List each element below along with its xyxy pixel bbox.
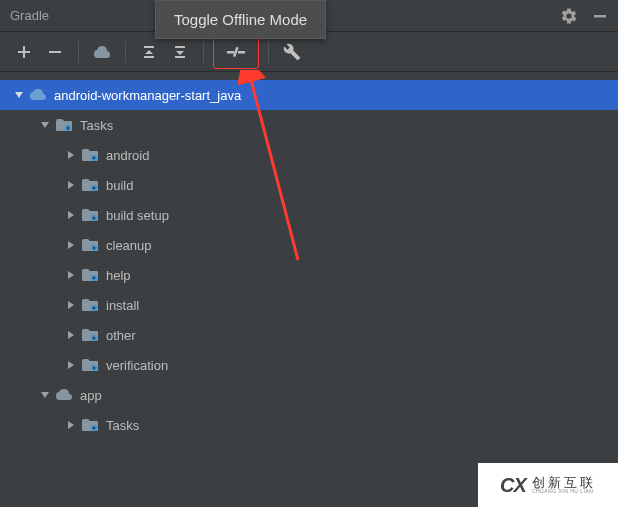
svg-point-16: [93, 217, 95, 219]
folder-gear-icon: [80, 296, 100, 314]
svg-point-24: [93, 337, 95, 339]
chevron-right-icon[interactable]: [64, 358, 78, 372]
svg-point-20: [93, 277, 95, 279]
separator: [125, 41, 126, 63]
chevron-right-icon[interactable]: [64, 238, 78, 252]
folder-gear-icon: [80, 356, 100, 374]
chevron-right-icon[interactable]: [64, 208, 78, 222]
settings-icon[interactable]: [560, 7, 578, 25]
folder-gear-icon: [80, 236, 100, 254]
tree-item[interactable]: android: [0, 140, 618, 170]
tree-item-tasks[interactable]: Tasks: [0, 110, 618, 140]
svg-rect-0: [594, 15, 606, 18]
folder-gear-icon: [80, 326, 100, 344]
tree-item[interactable]: build: [0, 170, 618, 200]
add-button[interactable]: [10, 38, 38, 66]
svg-point-18: [93, 247, 95, 249]
svg-rect-4: [175, 46, 185, 48]
separator: [203, 41, 204, 63]
minimize-icon[interactable]: [592, 8, 608, 24]
svg-rect-1: [49, 51, 61, 53]
svg-point-22: [93, 307, 95, 309]
tree-label: verification: [106, 358, 168, 373]
tree-label: android-workmanager-start_java: [54, 88, 241, 103]
elephant-icon: [28, 86, 48, 104]
svg-rect-3: [144, 56, 154, 58]
tree-root-project[interactable]: android-workmanager-start_java: [0, 80, 618, 110]
chevron-right-icon[interactable]: [64, 418, 78, 432]
tree-item[interactable]: build setup: [0, 200, 618, 230]
svg-point-10: [67, 127, 69, 129]
sync-button[interactable]: [88, 38, 116, 66]
svg-point-28: [93, 427, 95, 429]
elephant-icon: [54, 386, 74, 404]
tree-label: build setup: [106, 208, 169, 223]
tree-label: install: [106, 298, 139, 313]
tree-item[interactable]: help: [0, 260, 618, 290]
svg-rect-7: [238, 51, 245, 54]
tooltip-text: Toggle Offline Mode: [174, 11, 307, 28]
remove-button[interactable]: [41, 38, 69, 66]
folder-gear-icon: [80, 416, 100, 434]
watermark-icon: CX: [500, 474, 526, 497]
tree-label: android: [106, 148, 149, 163]
tree-item-app[interactable]: app: [0, 380, 618, 410]
collapse-all-button[interactable]: [166, 38, 194, 66]
chevron-right-icon[interactable]: [64, 178, 78, 192]
folder-gear-icon: [80, 266, 100, 284]
folder-gear-icon: [80, 146, 100, 164]
svg-rect-5: [175, 56, 185, 58]
watermark-sub: CHUANG XIN HU LIAN: [532, 489, 596, 494]
tooltip-toggle-offline: Toggle Offline Mode: [155, 0, 326, 39]
panel-title: Gradle: [10, 8, 49, 23]
svg-point-12: [93, 157, 95, 159]
folder-gear-icon: [80, 206, 100, 224]
tree-item[interactable]: cleanup: [0, 230, 618, 260]
chevron-right-icon[interactable]: [64, 268, 78, 282]
project-tree: android-workmanager-start_java Tasks and…: [0, 72, 618, 440]
expand-all-button[interactable]: [135, 38, 163, 66]
tree-label: cleanup: [106, 238, 152, 253]
tree-label: help: [106, 268, 131, 283]
chevron-down-icon[interactable]: [38, 118, 52, 132]
tree-label: app: [80, 388, 102, 403]
wrench-button[interactable]: [278, 38, 306, 66]
svg-rect-6: [227, 51, 234, 54]
svg-point-14: [93, 187, 95, 189]
tree-item[interactable]: Tasks: [0, 410, 618, 440]
separator: [78, 41, 79, 63]
tree-label: other: [106, 328, 136, 343]
tree-label: Tasks: [106, 418, 139, 433]
chevron-right-icon[interactable]: [64, 328, 78, 342]
tree-item[interactable]: install: [0, 290, 618, 320]
watermark-logo: CX 创新互联 CHUANG XIN HU LIAN: [478, 463, 618, 507]
panel-header-actions: [560, 7, 608, 25]
separator: [268, 41, 269, 63]
svg-rect-2: [144, 46, 154, 48]
toggle-offline-mode-button[interactable]: [213, 35, 259, 69]
chevron-down-icon[interactable]: [38, 388, 52, 402]
chevron-right-icon[interactable]: [64, 148, 78, 162]
chevron-right-icon[interactable]: [64, 298, 78, 312]
svg-point-26: [93, 367, 95, 369]
tree-item[interactable]: verification: [0, 350, 618, 380]
tree-item[interactable]: other: [0, 320, 618, 350]
tree-label: Tasks: [80, 118, 113, 133]
tree-label: build: [106, 178, 133, 193]
folder-gear-icon: [80, 176, 100, 194]
folder-gear-icon: [54, 116, 74, 134]
chevron-down-icon[interactable]: [12, 88, 26, 102]
